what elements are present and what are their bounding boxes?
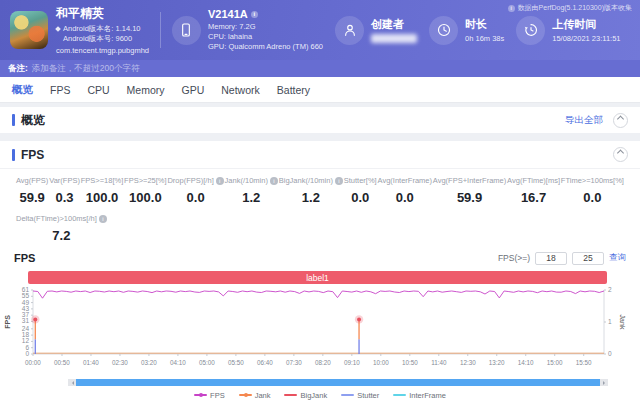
app-name: 和平精英 [56,5,149,22]
stat-value: 59.9 [16,190,48,205]
chart-label-bar: label1 [28,271,607,284]
overview-title: 概览 [21,112,45,129]
legend-jank[interactable]: Jank [239,391,271,400]
stat-value: 1.2 [225,190,278,205]
device-cpu: CPU: lahaina [208,32,323,42]
svg-text:2: 2 [608,286,612,293]
stat-fps-ge-18: FPS>=18[%]100.0 [81,176,124,205]
fps-chart-svg[interactable]: 6155494337312418126021000:0000:5001:4002… [0,286,640,378]
device-block: V2141A Memory: 7.2G CPU: lahaina GPU: Qu… [172,8,323,52]
legend-stutter[interactable]: Stutter [341,391,379,400]
stat-value: 16.7 [507,190,560,205]
tab-memory[interactable]: Memory [127,84,165,96]
scrollbar-left-arrow[interactable] [68,379,76,386]
svg-text:1: 1 [608,318,612,325]
stat-value: 100.0 [124,190,167,205]
svg-text:12:30: 12:30 [460,359,476,366]
scrollbar-right-arrow[interactable] [600,379,608,386]
data-source-note: 数据由PerfDog(5.1.210300)版本收集 [508,3,632,13]
note-label: 备注: [8,63,28,75]
tab-network[interactable]: Network [221,84,260,96]
report-body: 概览 导出全部 FPS Avg(FPS)59.9Var(FPS)0.3FPS>=… [0,107,640,407]
duration-value: 0h 16m 38s [465,34,504,44]
info-icon[interactable] [335,177,343,185]
legend-interframe[interactable]: InterFrame [393,391,446,400]
svg-text:05:50: 05:50 [228,359,244,366]
fps-collapse-button[interactable] [613,147,628,162]
stat-value: 100.0 [81,190,124,205]
svg-text:09:10: 09:10 [344,359,360,366]
upload-time-block: 上传时间 15/08/2021 23:11:51 [516,16,620,45]
stat-value: 0.0 [561,190,624,205]
info-icon[interactable] [99,215,107,223]
device-model: V2141A [208,8,248,20]
stat-ftime-ge-100ms: FTime>=100ms[%]0.0 [561,176,624,205]
svg-text:02:30: 02:30 [112,359,128,366]
tab-cpu[interactable]: CPU [87,84,109,96]
person-icon [335,16,364,45]
svg-text:FPS: FPS [4,315,11,329]
section-accent-bar [12,149,15,161]
data-source-text: 数据由PerfDog(5.1.210300)版本收集 [518,3,632,13]
overview-section-header: 概览 导出全部 [0,107,640,133]
svg-text:0: 0 [25,350,29,357]
svg-text:Jank: Jank [619,315,626,330]
stat-avg-ftime: Avg(FTime)[ms]16.7 [507,176,560,205]
svg-text:03:20: 03:20 [141,359,157,366]
legend-marker-icon [341,394,354,396]
stat-var-fps: Var(FPS)0.3 [49,176,80,205]
svg-text:07:30: 07:30 [286,359,302,366]
clock-icon [429,16,458,45]
stat-label: Jank(/10min) [225,176,278,185]
svg-text:04:10: 04:10 [170,359,186,366]
tab-fps[interactable]: FPS [50,84,70,96]
fps-threshold-apply[interactable]: 查询 [609,252,626,264]
creator-label: 创建者 [371,17,417,32]
device-gpu: GPU: Qualcomm Adreno (TM) 660 [208,42,323,52]
app-version-code: Android版本号: 9600 [56,34,149,44]
note-bar[interactable]: 备注: 添加备注，不超过200个字符 [0,60,640,77]
scrollbar-thumb[interactable] [76,379,600,386]
fps-threshold-input-1[interactable] [535,252,567,265]
tab-battery[interactable]: Battery [277,84,310,96]
fps-stats-row-1: Avg(FPS)59.9Var(FPS)0.3FPS>=18[%]100.0FP… [0,169,640,205]
svg-text:00:50: 00:50 [54,359,70,366]
stat-label: Var(FPS) [49,176,80,185]
info-icon[interactable] [270,177,278,185]
svg-text:15:50: 15:50 [576,359,592,366]
fps-threshold-filter: FPS(>=) 查询 [498,252,626,265]
info-icon[interactable] [216,177,224,185]
chart-legend: FPSJankBigJankStutterInterFrame [0,388,640,402]
legend-marker-icon [194,394,207,396]
stat-avg-fps-interframe: Avg(FPS+InterFrame)59.9 [433,176,506,205]
section-accent-bar [12,114,15,126]
legend-fps[interactable]: FPS [194,391,225,400]
stat-label: Delta(FTime)>100ms[/h] [16,214,107,223]
note-placeholder: 添加备注，不超过200个字符 [32,63,140,75]
fps-panel-title: FPS [21,148,44,162]
stat-jank: Jank(/10min)1.2 [225,176,278,205]
legend-label: BigJank [300,391,327,400]
app-version-name: Android版本名: 1.14.10 [63,24,141,34]
stat-value: 1.2 [279,190,343,205]
stat-label: FPS>=18[%] [81,176,124,185]
stat-delta-ftime: Delta(FTime)>100ms[/h]7.2 [16,214,107,243]
fps-threshold-input-2[interactable] [572,252,604,265]
report-header: 和平精英 Android版本名: 1.14.10 Android版本号: 960… [0,0,640,60]
tab-gpu[interactable]: GPU [182,84,205,96]
duration-block: 时长 0h 16m 38s [429,16,504,45]
export-all-link[interactable]: 导出全部 [565,114,603,127]
legend-marker-icon [284,394,297,396]
legend-bigjank[interactable]: BigJank [284,391,327,400]
device-info-icon[interactable] [251,11,258,18]
chevron-up-icon [617,115,624,122]
svg-text:06:40: 06:40 [257,359,273,366]
svg-text:00:00: 00:00 [25,359,41,366]
collapse-all-button[interactable] [613,113,628,128]
chart-scrollbar[interactable] [68,379,608,386]
stat-value: 0.0 [378,190,432,205]
tab-overview[interactable]: 概览 [12,83,33,97]
phone-icon [172,16,201,45]
legend-label: FPS [210,391,225,400]
legend-label: Stutter [357,391,379,400]
